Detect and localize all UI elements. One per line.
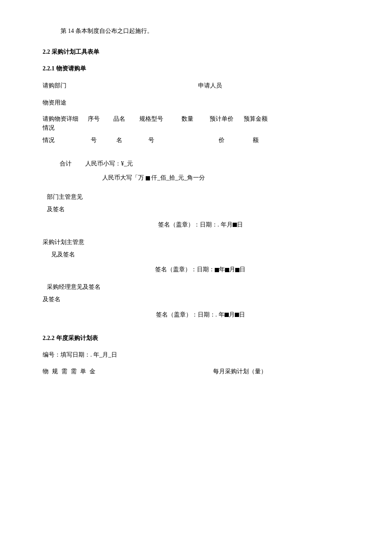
section-2-2-1-title: 2.2.1 物资请购单: [43, 63, 358, 74]
section-2-2-title: 2.2 采购计划工具表单: [43, 46, 358, 57]
sign1-date: 日期：. 年月: [200, 219, 233, 230]
annual-table-header: 物 规 需 需 单 金 每月采购计划（量）: [43, 366, 358, 377]
black-sq-5: [235, 264, 239, 275]
th-qty: 数量: [170, 114, 205, 123]
black-sq-7: [235, 309, 239, 320]
dept-opinion-sign: 及签名: [47, 204, 65, 215]
th-seq: 序号: [81, 114, 107, 123]
dept-value: [72, 80, 198, 91]
sign1-day: 日: [237, 219, 243, 230]
applicant-label: 申请人员: [198, 80, 232, 91]
subtotal-row: 合计 人民币小写：¥_元: [60, 158, 358, 169]
th-name: 品名: [107, 114, 132, 123]
annual-col-5: 单: [80, 366, 86, 377]
purchase-plan-label: 采购计划主管意: [43, 239, 84, 245]
sign2-date: 日期：: [197, 264, 215, 275]
sign3-day: 日: [239, 309, 245, 320]
article-14: 第 14 条本制度自公布之口起施行。: [43, 26, 358, 36]
annual-col-headers-left: 物 规 需 需 单 金: [43, 366, 162, 377]
th-detail: 请购物资详细情况: [43, 114, 81, 132]
usage-row: 物资用途: [43, 97, 358, 109]
annual-col-6: 金: [89, 366, 95, 377]
black-sq-4: [225, 264, 229, 275]
sign2-year: 年: [219, 264, 225, 275]
black-sq-3: [215, 264, 219, 275]
sign3-row: 签名（盖章）： 日期：. 年 月 日: [43, 309, 358, 320]
th-uprice-2: 价: [205, 135, 239, 145]
sign2-row: 签名（盖章）： 日期： 年 月 日: [43, 264, 358, 275]
section-2-2-2-number: 编号：填写日期：. 年_月_日: [43, 349, 358, 360]
purchase-mgr-sign-label: 及签名: [43, 294, 358, 305]
sign3-date: 日期：. 年: [198, 309, 225, 320]
black-sq-1: [146, 174, 150, 181]
dept-opinion-row: 部门主管意见: [47, 192, 358, 202]
annual-monthly-label: 每月采购计划（量）: [213, 366, 267, 377]
section-2-2: 2.2 采购计划工具表单: [43, 46, 358, 57]
dept-opinion-sign-row: 及签名: [47, 204, 358, 215]
table-header-row-2: 情况 号 名 号 价 额: [43, 135, 358, 145]
table-header-row-1: 请购物资详细情况 序号 品名 规格型号 数量 预计单价 预算金额: [43, 114, 358, 132]
rmb-big-label: 人民币大写「万: [102, 174, 144, 181]
sign2-month: 月: [229, 264, 235, 275]
black-sq-6: [225, 309, 229, 320]
purchase-mgr-row: 采购经理意见及签名: [47, 282, 358, 292]
sign3-label: 签名（盖章）：: [156, 309, 198, 320]
applicant-value: [232, 80, 358, 91]
dept-opinion-label: 部门主管意见: [47, 192, 83, 202]
rmb-small: 人民币小写：¥_元: [85, 158, 358, 169]
th-total: 预算金额: [239, 114, 273, 123]
sign1-label: 签名（盖章）：: [158, 219, 200, 230]
th-uprice: 预计单价: [205, 114, 239, 123]
sign2-day: 日: [239, 264, 245, 275]
annual-col-2: 规: [52, 366, 58, 377]
th-total-2: 额: [239, 135, 273, 145]
rmb-big-suffix: 仟_佰_拾_元_角一分: [151, 174, 205, 181]
section-2-2-2-title: 2.2.2 年度采购计划表: [43, 333, 358, 343]
usage-value: [72, 97, 358, 108]
sign3-month: 月: [229, 309, 235, 320]
annual-col-4: 需: [71, 366, 77, 377]
sign2-label: 签名（盖章）：: [155, 264, 197, 275]
th-spec-2: 号: [132, 135, 170, 145]
purchase-mgr-label: 采购经理意见及签名: [47, 284, 101, 290]
purchase-plan-row: 采购计划主管意: [43, 237, 358, 247]
usage-label: 物资用途: [43, 97, 72, 108]
annual-col-3: 需: [61, 366, 67, 377]
th-detail-2: 情况: [43, 135, 81, 145]
th-qty-2: [170, 135, 205, 145]
purchase-plan-sign-label: 见及签名: [51, 249, 358, 260]
annual-col-1: 物: [43, 366, 49, 377]
section-2-2-2: 2.2.2 年度采购计划表 编号：填写日期：. 年_月_日 物 规 需 需 单 …: [43, 333, 358, 377]
dept-label: 请购部门: [43, 80, 72, 91]
dept-applicant-row: 请购部门 申请人员: [43, 80, 358, 92]
rmb-big-row: 人民币大写「万 仟_佰_拾_元_角一分: [102, 172, 358, 183]
th-name-2: 名: [107, 135, 132, 145]
subtotal-label: 合计: [60, 158, 85, 169]
th-seq-2: 号: [81, 135, 107, 145]
sign1-row: 签名（盖章）： 日期：. 年月 日: [43, 219, 358, 230]
black-sq-2: [233, 219, 237, 230]
section-2-2-1: 2.2.1 物资请购单 请购部门 申请人员 物资用途 请购物资详细情况 序号 品…: [43, 63, 358, 320]
th-spec: 规格型号: [132, 114, 170, 123]
